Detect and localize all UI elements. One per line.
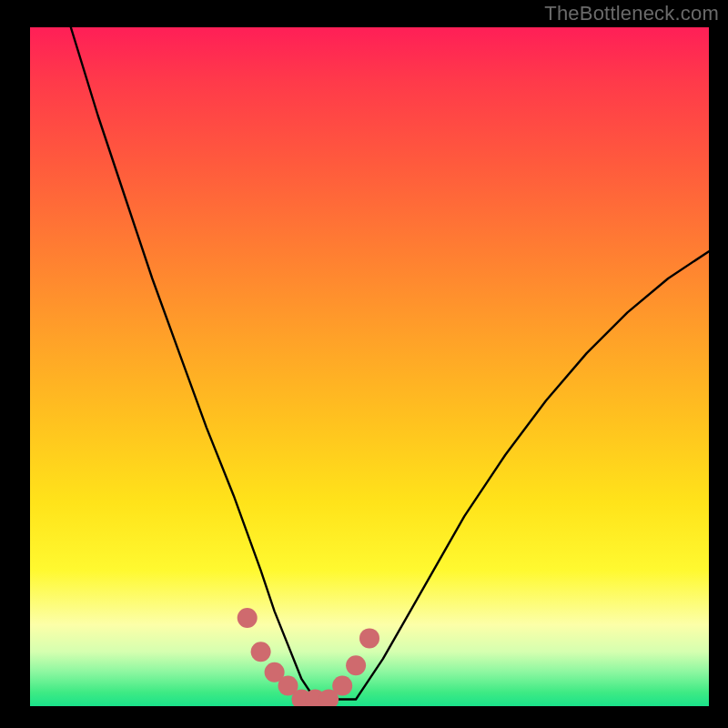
highlight-marker: [332, 676, 352, 696]
highlight-marker: [238, 608, 258, 628]
curve-path: [71, 27, 709, 700]
watermark-text: TheBottleneck.com: [544, 2, 719, 25]
chart-svg: [30, 27, 709, 706]
highlight-marker: [251, 642, 271, 662]
plot-area: [30, 27, 709, 706]
highlight-marker: [346, 655, 366, 675]
chart-stage: TheBottleneck.com: [0, 0, 728, 728]
bottleneck-curve: [71, 27, 709, 700]
highlight-marker: [359, 628, 379, 648]
highlight-markers-group: [238, 608, 379, 706]
